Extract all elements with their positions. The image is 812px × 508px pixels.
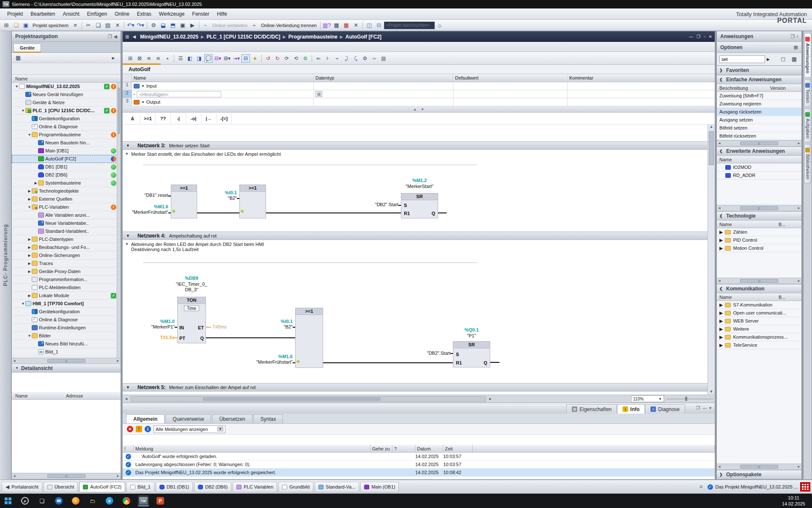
folder-row[interactable]: ▶Kommunikationsprozess... — [717, 333, 801, 341]
menu-projekt[interactable]: Projekt — [3, 10, 27, 18]
info-button[interactable]: i Info — [617, 404, 645, 414]
folder-row[interactable]: ▶PID Control — [717, 236, 801, 244]
operand-m16-tag[interactable]: "MerkerFrühstart" — [123, 210, 168, 215]
tree-expander-icon[interactable]: ▶ — [27, 189, 32, 193]
inspector-dock-icon[interactable]: ❐ — [696, 406, 700, 410]
expander-icon[interactable]: ▶ — [719, 229, 723, 235]
message-row[interactable]: ✓Das Projekt MinigolfNEU_13.02.2025 wurd… — [123, 469, 715, 477]
paste-icon[interactable]: ▤ — [103, 21, 112, 30]
taskbar-item[interactable]: PLC Variablen — [233, 482, 277, 492]
filter-warnings-icon[interactable]: ! — [136, 426, 142, 432]
tree-item[interactable]: Gerätekonfiguration — [12, 308, 121, 316]
keyboard-icon[interactable]: ⌗ — [697, 482, 705, 491]
tree-item[interactable]: ▶Geräte-Proxy-Daten — [12, 268, 121, 276]
basic-horizontal-scrollbar[interactable]: ◄|||► — [717, 140, 801, 146]
col-kommentar[interactable]: Kommentar — [568, 74, 715, 82]
taskbar-item[interactable]: Grundbild — [278, 482, 313, 492]
editor-back-icon[interactable]: ◀ — [132, 34, 136, 39]
fbd-comments-icon[interactable]: 💬 — [204, 54, 213, 63]
tab-übersetzen[interactable]: Übersetzen — [212, 414, 252, 423]
tree-item[interactable]: DB2 [DB6] — [12, 171, 121, 179]
editor-close-icon[interactable]: ✕ — [709, 34, 712, 39]
inspector-collapse-icon[interactable]: — — [702, 406, 707, 410]
tree-item[interactable]: Bild_1 — [12, 348, 121, 356]
favorite-instruction[interactable]: -o| — [186, 113, 201, 124]
tree-item[interactable]: ▶Beobachtungs- und Fo... — [12, 243, 121, 251]
copy-icon[interactable]: ❏ — [93, 21, 103, 30]
tab-syntax[interactable]: Syntax — [253, 414, 283, 423]
datatype-picker-icon[interactable]: ▤ — [315, 91, 322, 97]
chrome-app-icon[interactable]: ● — [121, 495, 132, 506]
favorite-instruction[interactable]: >=1 — [140, 113, 156, 124]
tree-item[interactable]: Geräte & Netze — [12, 99, 121, 107]
properties-button[interactable]: ⚙ Eigenschaften — [566, 404, 617, 414]
firefox-app-icon[interactable]: ◗ — [70, 495, 81, 506]
start-cpu-icon[interactable]: ▣ — [178, 21, 187, 30]
sr-block[interactable]: SR S R1 Q — [401, 193, 438, 218]
panel-collapse-icon[interactable]: ◀ — [114, 34, 117, 39]
folder-row[interactable]: ▶S7-Kommunikation — [717, 301, 801, 309]
folder-row[interactable]: ▶Weitere — [717, 325, 801, 333]
ton-block[interactable]: TON Time IN ET PT Q — [177, 297, 206, 343]
comm-horizontal-scrollbar[interactable]: ◄|||► — [717, 464, 801, 470]
tree-item[interactable]: Standard-Variablent.. — [12, 227, 121, 235]
favorite-instruction[interactable]: ?? — [156, 113, 171, 124]
zoom-slider[interactable] — [667, 397, 713, 401]
instruction-search-input[interactable] — [719, 55, 765, 63]
operand-m12-tag[interactable]: "MerkerStart" — [384, 184, 455, 189]
folder-row[interactable]: ▶Motion Control — [717, 244, 801, 252]
nav-options-icon[interactable]: ▸ — [109, 53, 118, 63]
tree-item[interactable]: Neues Bild hinzufü... — [12, 340, 121, 348]
tree-item[interactable]: ▼MinigolfNEU_13.02.2025✓! — [12, 83, 121, 91]
tree-item[interactable]: ▼Programmbausteine! — [12, 131, 121, 139]
start-button[interactable] — [3, 495, 14, 506]
tree-item[interactable]: Runtime-Einstellungen — [12, 324, 121, 332]
tree-item[interactable]: ▶Traces — [12, 260, 121, 268]
edge-app-icon[interactable]: e — [104, 495, 115, 506]
operand-merkerp1[interactable]: "MerkerP1" — [123, 324, 175, 329]
tree-item[interactable]: Programminformation... — [12, 276, 121, 284]
instruction-row[interactable]: Bitfeld rücksetzen — [717, 132, 801, 140]
tree-expander-icon[interactable]: ▶ — [27, 197, 32, 201]
fbd-update-icon[interactable]: ⟳ — [283, 54, 291, 63]
online-disconnect-button[interactable]: Online-Verbindung trennen — [259, 23, 318, 28]
scroll-left-icon[interactable]: ◄ — [124, 397, 128, 401]
menu-ansicht[interactable]: Ansicht — [59, 10, 83, 18]
tree-item[interactable]: ▼Bilder — [12, 332, 121, 340]
instruction-row[interactable]: Ausgang rücksetzen — [717, 108, 801, 116]
detail-view-header[interactable]: ▼Detailansicht — [12, 364, 121, 373]
undo-icon[interactable]: ↶▾ — [126, 21, 135, 30]
col-datentyp[interactable]: Datentyp — [314, 74, 453, 82]
fbd-book-icon[interactable]: ▤ — [379, 54, 388, 63]
taskbar-item[interactable]: DB2 (DB6) — [194, 482, 231, 492]
fbd-monitor-icon[interactable]: ⇐ — [314, 54, 323, 63]
fbd-open-branch-icon[interactable]: ⊟▾ — [214, 54, 222, 63]
network3-comment[interactable]: ▼ Merker Start erstellt, der das Einscha… — [123, 150, 708, 166]
tree-item[interactable]: Alle Variablen anzei... — [12, 211, 121, 219]
breadcrumb-item[interactable]: MinigolfNEU_13.02.2025 — [140, 34, 198, 40]
instruction-row[interactable]: Bitfeld setzen — [717, 124, 801, 132]
network5-header[interactable]: ▼ Netzwerk 5: Merker zum Einschalten der… — [123, 383, 708, 392]
tab-querverweise[interactable]: Querverweise — [165, 414, 211, 423]
tree-item[interactable]: ▶Online-Sicherungen — [12, 251, 121, 260]
start-simulation-icon[interactable]: ▦ — [332, 21, 341, 30]
stop-runtime-icon[interactable]: ▦ — [342, 21, 351, 30]
menu-extras[interactable]: Extras — [133, 10, 155, 18]
fbd-absolute-operands-icon[interactable]: ⊟ — [241, 54, 250, 63]
fbd-jump-fwd-icon[interactable]: ⤹ — [351, 54, 360, 63]
instruction-row[interactable]: Ausgang setzen — [717, 116, 801, 124]
panel-dock-icon[interactable]: ❐ — [108, 34, 112, 39]
network3-collapse-icon[interactable]: ▼ — [126, 144, 130, 148]
breadcrumb-item[interactable]: PLC_1 [CPU 1215C DC/DC/DC] — [206, 34, 280, 40]
online-connect-button[interactable]: Online verbinden — [211, 23, 249, 28]
fbd-insert-network-icon[interactable]: ⊞ — [126, 54, 134, 63]
online-disconnect-icon[interactable]: ⌁ — [250, 21, 259, 30]
tree-vertical-scrollbar[interactable] — [117, 83, 121, 358]
fbd-goto-error-next-icon[interactable]: ↻ — [273, 54, 282, 63]
expander-icon[interactable]: ▶ — [719, 246, 723, 251]
fbd-outdent-icon[interactable]: ≋ — [154, 54, 162, 63]
new-project-icon[interactable]: ⊞ — [2, 21, 11, 30]
interface-splitter[interactable]: ▲▼ — [123, 106, 715, 113]
breadcrumb-item[interactable]: AutoGolf [FC2] — [346, 34, 381, 40]
instruction-row[interactable]: IO2MOD — [717, 163, 801, 171]
